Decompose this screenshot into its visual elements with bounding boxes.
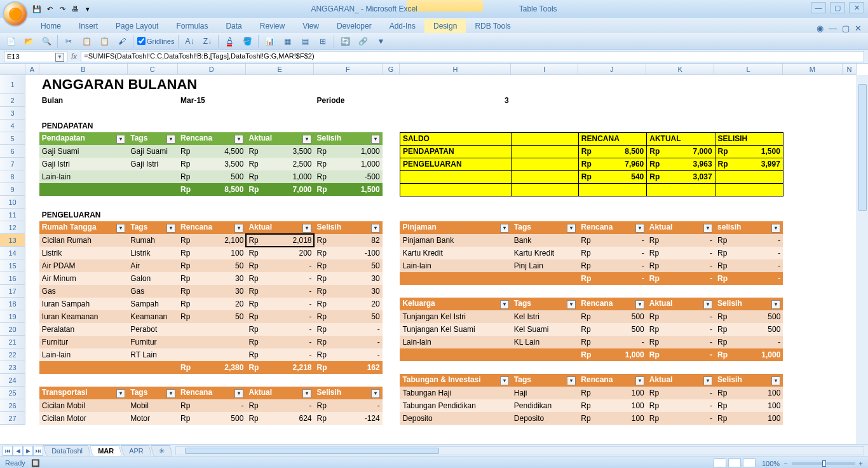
borders-icon[interactable]: ⊞ [316, 35, 330, 48]
formula-input[interactable]: =SUMIFS(DataToshl!C:C,DataToshl!B:B,[Tag… [81, 51, 864, 62]
tab-page-layout[interactable]: Page Layout [107, 19, 167, 33]
tab-insert[interactable]: Insert [70, 19, 107, 33]
minimize-button[interactable]: — [811, 2, 826, 13]
zoom-level[interactable]: 100% [762, 460, 780, 467]
cells-area[interactable]: ANGGARAN BULANANBulanMar-15Periode3PENDA… [25, 75, 857, 444]
sort-asc-icon[interactable]: A↓ [182, 35, 196, 48]
zoom-out-icon[interactable]: − [783, 460, 787, 467]
window-title: ANGGARAN_ - Microsoft Excel Table Tools [311, 4, 557, 13]
redo-icon[interactable]: ↷ [57, 4, 67, 14]
pivot-icon[interactable]: ▤ [298, 35, 312, 48]
tab-view[interactable]: View [294, 19, 328, 33]
zoom-slider[interactable] [792, 462, 855, 465]
sheet-next-icon[interactable]: ▶ [23, 446, 33, 456]
sheet-last-icon[interactable]: ⏭ [33, 446, 43, 456]
minimize-ribbon-icon[interactable]: — [829, 24, 837, 33]
view-layout-icon[interactable] [728, 458, 741, 467]
select-all-button[interactable] [0, 64, 25, 75]
column-headers[interactable]: ABCDEFGHIJKLMN [25, 64, 857, 75]
close-button[interactable]: ✕ [849, 2, 864, 13]
copy-icon[interactable]: 📋 [79, 35, 93, 48]
preview-icon[interactable]: 🔍 [39, 35, 53, 48]
tab-review[interactable]: Review [251, 19, 294, 33]
sheet-first-icon[interactable]: ⏮ [3, 446, 13, 456]
gridlines-toggle[interactable]: Gridlines [137, 37, 174, 45]
horizontal-scrollbar[interactable] [175, 446, 864, 455]
save-icon[interactable]: 💾 [32, 4, 42, 14]
status-bar: Ready 🔲 100% − + [0, 457, 868, 468]
zoom-in-icon[interactable]: + [859, 460, 863, 467]
tab-formulas[interactable]: Formulas [167, 19, 217, 33]
name-box[interactable]: E13▼ [4, 51, 67, 62]
view-break-icon[interactable] [743, 458, 756, 467]
tab-developer[interactable]: Developer [328, 19, 381, 33]
sheet-tab-mar[interactable]: MAR [90, 445, 123, 456]
spreadsheet-grid[interactable]: ABCDEFGHIJKLMN 1234567891011121314151617… [0, 64, 868, 444]
tab-rdb[interactable]: RDB Tools [466, 19, 519, 33]
fill-color-icon[interactable]: 🪣 [240, 35, 254, 48]
status-ready: Ready 🔲 [5, 459, 40, 467]
table-icon[interactable]: ▦ [280, 35, 294, 48]
quick-access-toolbar: 💾 ↶ ↷ 🖶 ▾ [32, 4, 93, 14]
sort-desc-icon[interactable]: Z↓ [200, 35, 214, 48]
ribbon-tabs: Home Insert Page Layout Formulas Data Re… [0, 18, 868, 33]
format-painter-icon[interactable]: 🖌 [115, 35, 129, 48]
titlebar: 🟠 💾 ↶ ↷ 🖶 ▾ ANGGARAN_ - Microsoft Excel … [0, 0, 868, 18]
paste-icon[interactable]: 📋 [97, 35, 111, 48]
sheet-prev-icon[interactable]: ◀ [13, 446, 23, 456]
tab-addins[interactable]: Add-Ins [381, 19, 424, 33]
chart-icon[interactable]: 📊 [262, 35, 276, 48]
font-color-icon[interactable]: A [222, 35, 236, 48]
new-icon[interactable]: 📄 [4, 35, 18, 48]
close-workbook-icon[interactable]: ✕ [855, 24, 862, 33]
fx-icon[interactable]: fx [71, 52, 77, 61]
filter-icon[interactable]: ▼ [374, 35, 388, 48]
row-headers[interactable]: 1234567891011121314151617181920212223242… [0, 75, 25, 425]
tab-design[interactable]: Design [424, 19, 466, 33]
vertical-scrollbar[interactable] [857, 75, 868, 444]
print-icon[interactable]: 🖶 [70, 4, 80, 14]
open-icon[interactable]: 📂 [22, 35, 36, 48]
restore-ribbon-icon[interactable]: ▢ [842, 24, 850, 33]
sheet-tab-datatoshl[interactable]: DataToshl [43, 445, 91, 456]
help-icon[interactable]: ◉ [817, 24, 824, 33]
office-button[interactable]: 🟠 [3, 1, 28, 27]
tab-home[interactable]: Home [32, 19, 70, 33]
maximize-button[interactable]: ▢ [830, 2, 845, 13]
qat-more-icon[interactable]: ▾ [83, 4, 93, 14]
connections-icon[interactable]: 🔗 [356, 35, 370, 48]
ribbon-strip: 📄 📂 🔍 ✂ 📋 📋 🖌 Gridlines A↓ Z↓ A 🪣 📊 ▦ ▤ … [0, 33, 868, 50]
sheet-tab-bar: ⏮ ◀ ▶ ⏭ DataToshl MAR APR ✳ [0, 444, 868, 457]
refresh-icon[interactable]: 🔄 [338, 35, 352, 48]
cut-icon[interactable]: ✂ [62, 35, 76, 48]
undo-icon[interactable]: ↶ [44, 4, 55, 14]
view-normal-icon[interactable] [714, 458, 726, 467]
sheet-tab-apr[interactable]: APR [121, 445, 152, 456]
formula-bar: E13▼ fx =SUMIFS(DataToshl!C:C,DataToshl!… [0, 50, 868, 64]
sheet-insert-icon[interactable]: ✳ [150, 445, 173, 457]
tab-data[interactable]: Data [217, 19, 250, 33]
